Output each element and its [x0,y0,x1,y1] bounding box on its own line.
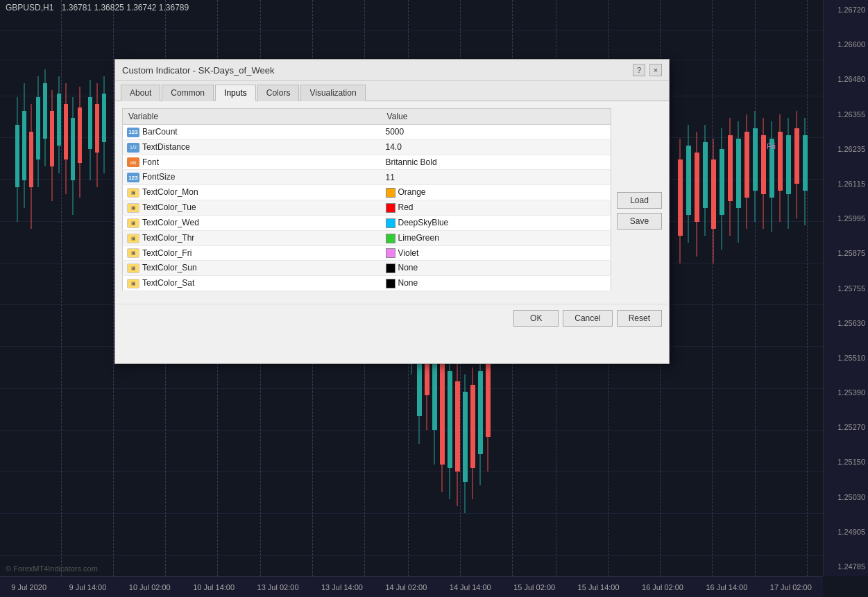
svg-rect-79 [778,132,783,191]
svg-rect-85 [803,135,808,191]
svg-rect-15 [64,104,68,159]
tab-visualization[interactable]: Visualization [300,85,365,101]
row-icon: ▣ [127,279,139,288]
save-button[interactable]: Save [617,213,662,230]
value-cell[interactable]: DeepSkyBlue [382,215,611,230]
color-swatch [386,248,395,258]
variable-cell: ▣TextColor_Sat [123,276,382,291]
table-row[interactable]: 1/2TextDistance14.0 [123,139,611,155]
svg-rect-5 [29,132,33,187]
ok-button[interactable]: OK [513,310,559,327]
time-label: 10 Jul 14:00 [193,583,235,591]
svg-rect-81 [786,135,791,194]
dialog-tabs: About Common Inputs Colors Visualization [115,81,669,101]
price-label: 1.24905 [826,528,865,536]
params-table: Variable Value 123BarCount50001/2TextDis… [122,108,611,291]
row-icon: 1/2 [127,143,139,153]
row-icon: ▣ [127,234,139,243]
cancel-button[interactable]: Cancel [563,310,612,327]
tab-about[interactable]: About [121,85,160,101]
svg-rect-17 [71,118,75,180]
value-cell[interactable]: 11 [382,170,611,185]
svg-rect-59 [695,153,699,222]
copyright-label: © ForexMT4Indicators.com [6,564,98,573]
table-row[interactable]: ▣TextColor_WedDeepSkyBlue [123,215,611,230]
chart-symbol: GBPUSD,H1 1.36781 1.36825 1.36742 1.3678… [6,3,189,12]
variable-cell: ▣TextColor_Mon [123,185,382,200]
dialog-window: Custom Indicator - SK-Days_of_Week ? × A… [114,59,670,364]
svg-rect-65 [720,149,724,215]
table-row[interactable]: ▣TextColor_TueRed [123,200,611,216]
svg-rect-9 [43,83,47,139]
table-row[interactable]: abFontBritannic Bold [123,155,611,170]
value-cell[interactable]: LimeGreen [382,230,611,245]
svg-rect-41 [440,354,445,465]
load-button[interactable]: Load [617,192,662,209]
value-cell[interactable]: Orange [382,185,611,200]
table-row[interactable]: ▣TextColor_SunNone [123,261,611,276]
color-swatch [386,234,395,243]
side-buttons: Load Save [617,108,662,297]
tab-colors[interactable]: Colors [257,85,300,101]
svg-rect-19 [78,107,82,163]
svg-rect-67 [728,135,733,201]
time-axis: 9 Jul 2020 9 Jul 14:00 10 Jul 02:00 10 J… [0,576,823,597]
variable-cell: 123FontSize [123,170,382,185]
time-label: 14 Jul 14:00 [450,583,491,591]
row-icon: ▣ [127,188,139,198]
value-cell[interactable]: None [382,276,611,291]
price-label: 1.26355 [826,110,865,119]
table-row[interactable]: ▣TextColor_FriViolet [123,245,611,261]
svg-rect-13 [57,94,61,146]
dialog-footer: OK Cancel Reset [115,304,669,332]
svg-rect-69 [736,139,741,208]
svg-rect-45 [455,381,460,471]
price-label: 1.25030 [826,493,865,501]
time-label: 15 Jul 14:00 [578,583,620,591]
svg-rect-25 [102,94,106,142]
svg-rect-47 [463,392,468,482]
price-label: 1.25510 [826,354,865,362]
table-row[interactable]: ▣TextColor_MonOrange [123,185,611,200]
row-icon: 123 [127,173,139,182]
dialog-titlebar[interactable]: Custom Indicator - SK-Days_of_Week ? × [115,60,669,81]
row-icon: ▣ [127,248,139,258]
value-cell[interactable]: Britannic Bold [382,155,611,170]
variable-cell: ▣TextColor_Wed [123,215,382,230]
value-cell[interactable]: 5000 [382,125,611,140]
variable-cell: abFont [123,155,382,170]
price-label: 1.25875 [826,249,865,257]
color-swatch [386,188,395,198]
value-cell[interactable]: Red [382,200,611,216]
col-variable: Variable [123,109,382,125]
svg-rect-83 [794,128,799,184]
row-icon: ▣ [127,263,139,273]
table-row[interactable]: 123BarCount5000 [123,125,611,140]
table-row[interactable]: ▣TextColor_ThrLimeGreen [123,230,611,245]
price-axis: 1.26720 1.26600 1.26480 1.26355 1.26235 … [823,0,868,576]
table-row[interactable]: ▣TextColor_SatNone [123,276,611,291]
svg-text:Fri: Fri [767,142,776,150]
time-label: 9 Jul 14:00 [69,583,106,591]
value-cell[interactable]: 14.0 [382,139,611,155]
value-cell[interactable]: Violet [382,245,611,261]
svg-rect-1 [15,125,19,187]
svg-rect-53 [486,361,491,437]
table-row[interactable]: 123FontSize11 [123,170,611,185]
price-label: 1.24785 [826,562,865,571]
help-button[interactable]: ? [633,64,645,76]
col-value: Value [382,109,611,125]
svg-rect-11 [50,111,54,166]
reset-button[interactable]: Reset [617,310,662,327]
svg-rect-49 [470,385,475,468]
value-cell[interactable]: None [382,261,611,276]
tab-inputs[interactable]: Inputs [215,85,256,101]
svg-rect-7 [36,97,40,159]
close-button[interactable]: × [649,64,662,76]
tab-common[interactable]: Common [162,85,214,101]
price-label: 1.25150 [826,458,865,466]
time-label: 13 Jul 02:00 [257,583,299,591]
price-label: 1.26480 [826,75,865,83]
svg-rect-61 [703,142,708,208]
dialog-body: Variable Value 123BarCount50001/2TextDis… [115,101,669,304]
